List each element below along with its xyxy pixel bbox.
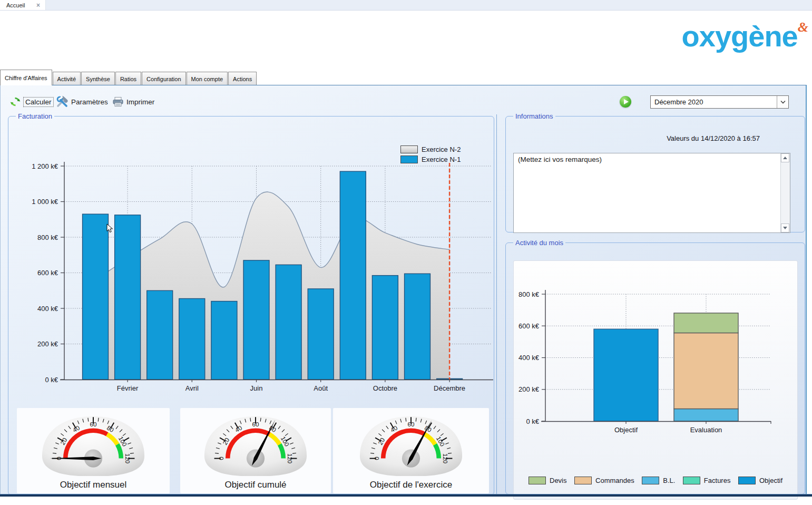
parametres-label: Paramètres (71, 98, 108, 106)
svg-text:120: 120 (442, 453, 449, 464)
legend-item: Objectif (738, 477, 782, 484)
tab-actions[interactable]: Actions (228, 72, 257, 85)
recycle-icon (10, 96, 21, 107)
tools-icon (56, 96, 69, 108)
chevron-down-icon[interactable] (777, 96, 788, 108)
svg-text:Février: Février (117, 384, 139, 392)
remarks-textarea[interactable]: (Mettez ici vos remarques) (513, 153, 790, 233)
tab-ratios[interactable]: Ratios (115, 72, 141, 85)
remarks-scrollbar[interactable] (780, 153, 790, 232)
session-tabbar: Accueil × (0, 0, 812, 11)
gauge-caption: Objectif mensuel (17, 480, 170, 490)
run-button[interactable] (620, 96, 631, 108)
legend-label: Objectif (759, 477, 782, 484)
legend-item: Factures (683, 477, 731, 484)
brand-logo: oxygène& (682, 19, 808, 53)
window-bottom-border (0, 494, 812, 497)
facturation-title: Facturation (16, 112, 54, 120)
gauge-panel: 020406080100120Objectif cumulé (180, 408, 331, 493)
svg-text:200 k€: 200 k€ (37, 340, 58, 348)
legend-item: Exercice N-2 (400, 145, 461, 153)
legend-swatch-icon (400, 145, 418, 153)
printer-icon (112, 96, 124, 107)
legend-label: B.L. (663, 477, 675, 484)
gauge-row: 020406080100120Objectif mensuel020406080… (8, 408, 494, 496)
facturation-chart-legend: Exercice N-2Exercice N-1 (400, 145, 461, 166)
remarks-text: (Mettez ici vos remarques) (514, 153, 780, 232)
tab-synth-se[interactable]: Synthèse (81, 72, 115, 85)
facturation-groupbox: Facturation 0 k€200 k€400 k€600 k€800 k€… (8, 112, 494, 495)
imprimer-button[interactable]: Imprimer (112, 95, 154, 109)
svg-text:Octobre: Octobre (373, 384, 397, 392)
legend-label: Commandes (595, 477, 634, 484)
nav-tabbar: Chiffre d'AffairesActivitéSynthèseRatios… (0, 71, 257, 85)
svg-text:60: 60 (90, 421, 97, 428)
imprimer-label: Imprimer (126, 98, 154, 106)
svg-text:0: 0 (373, 457, 380, 460)
svg-text:Evaluation: Evaluation (690, 426, 722, 434)
legend-swatch-icon (738, 477, 756, 484)
svg-text:400 k€: 400 k€ (37, 305, 58, 313)
legend-label: Exercice N-1 (422, 156, 461, 163)
gauge-panel: 020406080100120Objectif de l'exercice (333, 408, 489, 493)
tab-chiffre-d-affaires[interactable]: Chiffre d'Affaires (0, 70, 52, 85)
legend-swatch-icon (529, 477, 546, 484)
calculer-button[interactable]: Calculer (10, 95, 54, 109)
svg-text:800 k€: 800 k€ (518, 290, 540, 298)
panel-separator (496, 114, 497, 494)
activity-chart: 0 k€200 k€400 k€600 k€800 k€ObjectifEval… (514, 263, 798, 449)
gauge-caption: Objectif de l'exercice (333, 480, 489, 490)
session-tab-accueil[interactable]: Accueil × (0, 0, 46, 10)
svg-text:120: 120 (124, 453, 131, 464)
svg-text:800 k€: 800 k€ (37, 234, 58, 241)
svg-text:120: 120 (287, 453, 294, 464)
parametres-button[interactable]: Paramètres (56, 95, 108, 109)
brand-text: oxygène (682, 20, 798, 53)
gauge: 020406080100120 (19, 410, 167, 480)
activite-title: Activité du mois (513, 239, 565, 247)
svg-text:60: 60 (408, 421, 415, 428)
activity-chart-panel: 0 k€200 k€400 k€600 k€800 k€ObjectifEval… (513, 260, 798, 500)
scroll-up-icon[interactable] (781, 153, 789, 162)
svg-text:0 k€: 0 k€ (526, 417, 539, 425)
brand-mark: & (798, 20, 808, 35)
toolbar: Calculer Paramètres (1, 95, 806, 111)
legend-swatch-icon (642, 477, 659, 484)
tab-configuration[interactable]: Configuration (142, 72, 185, 85)
application-window: Accueil × oxygène& Chiffre d'AffairesAct… (0, 0, 812, 505)
period-combobox[interactable]: Décembre 2020 (650, 95, 789, 109)
svg-text:400 k€: 400 k€ (518, 354, 540, 362)
legend-item: Devis (529, 477, 567, 484)
svg-text:0: 0 (218, 457, 224, 460)
close-icon[interactable]: × (36, 2, 45, 9)
legend-label: Exercice N-2 (422, 145, 461, 153)
tab-activit-[interactable]: Activité (53, 72, 81, 85)
svg-text:Août: Août (314, 384, 328, 392)
play-icon (624, 99, 629, 104)
session-tab-label: Accueil (0, 2, 36, 8)
legend-item: Commandes (574, 477, 634, 484)
main-panel: Calculer Paramètres (0, 85, 807, 494)
mouse-cursor (106, 224, 113, 233)
calculer-label: Calculer (23, 97, 54, 107)
facturation-chart: 0 k€200 k€400 k€600 k€800 k€1 000 k€1 20… (9, 134, 493, 400)
gauge-caption: Objectif cumulé (180, 480, 331, 490)
legend-swatch-icon (574, 477, 592, 484)
header: oxygène& (0, 11, 812, 71)
legend-label: Devis (550, 477, 567, 484)
svg-text:Juin: Juin (250, 384, 263, 392)
activite-groupbox: Activité du mois 0 k€200 k€400 k€600 k€8… (505, 239, 805, 494)
informations-groupbox: Informations Valeurs du 14/12/2020 à 16:… (505, 112, 805, 232)
gauge-panel: 020406080100120Objectif mensuel (17, 408, 170, 493)
svg-text:60: 60 (252, 421, 259, 428)
gauge: 020406080100120 (183, 410, 328, 480)
svg-text:1 200 k€: 1 200 k€ (32, 162, 58, 170)
tab-mon-compte[interactable]: Mon compte (187, 72, 228, 85)
period-value: Décembre 2020 (651, 98, 777, 106)
values-caption: Valeurs du 14/12/2020 à 16:57 (667, 134, 760, 142)
svg-text:600 k€: 600 k€ (518, 322, 540, 330)
svg-text:Décembre: Décembre (434, 384, 465, 392)
svg-text:200 k€: 200 k€ (518, 385, 540, 393)
svg-text:Objectif: Objectif (614, 426, 638, 434)
scroll-down-icon[interactable] (781, 224, 789, 232)
